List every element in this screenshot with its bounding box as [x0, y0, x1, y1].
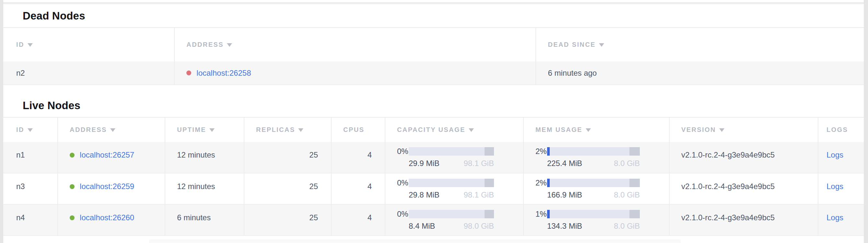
capacity-used-value: 29.9 MiB [409, 159, 439, 168]
node-id-cell: n2 [3, 61, 175, 85]
node-id-cell: n4 [3, 204, 58, 236]
column-header-capacity-usage[interactable]: CAPACITY USAGE [385, 117, 523, 142]
capacity-usage-bar [409, 210, 494, 218]
capacity-used-value: 29.8 MiB [409, 190, 439, 199]
table-row: n3 localhost:26259 12 minutes 25 4 0% [3, 173, 864, 204]
column-header-cpus: CPUS [331, 117, 385, 142]
column-header-logs: LOGS [818, 117, 864, 142]
mem-usage-cell: 2% 166.9 MiB 8.0 GiB [523, 173, 669, 204]
version-cell: v2.1.0-rc.2-4-g3e9a4e9bc5 [669, 173, 818, 204]
live-nodes-table: ID ADDRESS UPTIME REPLICAS CPUS CAPACITY… [3, 117, 864, 236]
dead-node-status-icon [186, 71, 191, 75]
node-address-cell: localhost:26260 [58, 204, 165, 236]
mem-total-value: 8.0 GiB [614, 159, 640, 168]
mem-total-value: 8.0 GiB [614, 190, 640, 199]
next-section-edge [149, 239, 681, 243]
column-header-mem-usage[interactable]: MEM USAGE [523, 117, 669, 142]
node-address-link[interactable]: localhost:26259 [80, 182, 134, 191]
dead-nodes-heading: Dead Nodes [23, 10, 864, 22]
sort-arrow-icon [599, 43, 604, 47]
mem-usage-cell: 2% 225.4 MiB 8.0 GiB [523, 142, 669, 173]
column-header-dead-since[interactable]: DEAD SINCE [536, 28, 864, 61]
logs-link[interactable]: Logs [827, 213, 843, 222]
live-node-status-icon [70, 215, 74, 220]
mem-usage-cell: 1% 134.3 MiB 8.0 GiB [523, 204, 669, 236]
replicas-cell: 25 [244, 173, 331, 204]
logs-link[interactable]: Logs [827, 151, 843, 159]
bar-reserved-segment [485, 147, 494, 156]
replicas-cell: 25 [244, 142, 331, 173]
node-address-cell: localhost:26257 [58, 142, 165, 173]
dead-nodes-section-header: Dead Nodes [3, 3, 864, 28]
bar-reserved-segment [485, 210, 494, 218]
mem-usage-bar [547, 179, 640, 187]
capacity-usage-cell: 0% 29.8 MiB 98.1 GiB [385, 173, 523, 204]
capacity-total-value: 98.1 GiB [464, 190, 494, 199]
dead-since-cell: 6 minutes ago [536, 61, 864, 85]
sort-arrow-icon [209, 128, 215, 132]
sort-arrow-icon [28, 128, 33, 132]
sort-arrow-icon [469, 128, 474, 132]
sort-arrow-icon [28, 43, 33, 47]
capacity-total-value: 98.0 GiB [464, 221, 494, 231]
live-nodes-header-row: ID ADDRESS UPTIME REPLICAS CPUS CAPACITY… [3, 117, 864, 142]
node-address-link[interactable]: localhost:26260 [80, 213, 134, 222]
node-address-link[interactable]: localhost:26257 [80, 151, 134, 160]
column-header-address[interactable]: ADDRESS [58, 117, 165, 142]
column-header-replicas[interactable]: REPLICAS [244, 117, 331, 142]
column-header-id[interactable]: ID [3, 28, 175, 61]
node-address-cell: localhost:26258 [175, 61, 536, 85]
cpus-cell: 4 [331, 173, 385, 204]
capacity-total-value: 98.1 GiB [464, 159, 494, 168]
cpus-cell: 4 [331, 142, 385, 173]
capacity-percent-label: 0% [397, 178, 409, 187]
node-address-link[interactable]: localhost:26258 [196, 69, 251, 78]
bar-reserved-segment [629, 147, 640, 156]
node-address-cell: localhost:26259 [58, 173, 165, 204]
sort-arrow-icon [719, 128, 724, 132]
uptime-cell: 12 minutes [165, 142, 244, 173]
capacity-usage-bar [409, 147, 494, 156]
mem-percent-label: 2% [535, 178, 547, 187]
mem-usage-bar [547, 210, 640, 218]
column-header-id[interactable]: ID [3, 117, 58, 142]
capacity-usage-cell: 0% 8.4 MiB 98.0 GiB [385, 204, 523, 236]
mem-used-value: 134.3 MiB [547, 221, 582, 231]
uptime-cell: 6 minutes [165, 204, 244, 236]
node-id-cell: n1 [3, 142, 58, 173]
sort-arrow-icon [586, 128, 591, 132]
dead-nodes-table: ID ADDRESS DEAD SINCE n2 localhost:26258… [3, 28, 864, 85]
capacity-percent-label: 0% [397, 147, 409, 156]
uptime-cell: 12 minutes [165, 173, 244, 204]
sort-arrow-icon [227, 43, 232, 47]
mem-percent-label: 1% [535, 210, 547, 219]
live-node-status-icon [70, 184, 74, 189]
content-panel: Dead Nodes ID ADDRESS DEAD SINCE n2 [3, 0, 864, 243]
column-header-address[interactable]: ADDRESS [175, 28, 536, 61]
column-header-version[interactable]: VERSION [669, 117, 818, 142]
bar-reserved-segment [629, 179, 640, 187]
mem-total-value: 8.0 GiB [614, 221, 640, 231]
table-row: n2 localhost:26258 6 minutes ago [3, 61, 864, 85]
mem-usage-bar [547, 147, 640, 156]
logs-cell: Logs [818, 173, 864, 204]
live-nodes-section-header: Live Nodes [3, 85, 864, 117]
node-id-cell: n3 [3, 173, 58, 204]
cpus-cell: 4 [331, 204, 385, 236]
sort-arrow-icon [110, 128, 115, 132]
bar-reserved-segment [629, 210, 640, 218]
capacity-used-value: 8.4 MiB [409, 221, 435, 231]
version-cell: v2.1.0-rc.2-4-g3e9a4e9bc5 [669, 204, 818, 236]
logs-cell: Logs [818, 142, 864, 173]
top-divider [3, 0, 864, 3]
mem-percent-label: 2% [535, 147, 547, 156]
live-node-status-icon [70, 153, 74, 158]
column-header-uptime[interactable]: UPTIME [165, 117, 244, 142]
version-cell: v2.1.0-rc.2-4-g3e9a4e9bc5 [669, 142, 818, 173]
logs-link[interactable]: Logs [827, 182, 843, 191]
capacity-usage-cell: 0% 29.9 MiB 98.1 GiB [385, 142, 523, 173]
sort-arrow-icon [298, 128, 303, 132]
live-nodes-heading: Live Nodes [23, 100, 864, 112]
bar-reserved-segment [485, 179, 494, 187]
mem-used-value: 166.9 MiB [547, 190, 582, 199]
